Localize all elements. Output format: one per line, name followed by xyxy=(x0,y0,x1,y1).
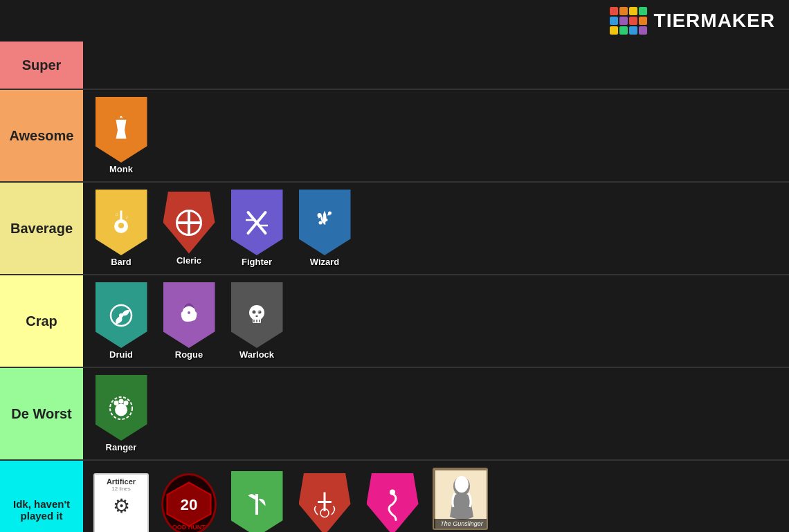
svg-text:★: ★ xyxy=(317,214,321,219)
svg-point-26 xyxy=(253,310,256,313)
svg-point-43 xyxy=(390,489,395,495)
class-card-sorcerer[interactable]: Sorcerer xyxy=(361,473,424,533)
tier-content-crap: Druid Rogue xyxy=(83,275,789,367)
tier-row-baverage: Baverage ♪ ♫ Bard xyxy=(0,183,789,275)
logo-grid xyxy=(610,7,647,35)
class-card-gunslinger[interactable]: The Gunslinger The Gunslinger xyxy=(429,468,491,532)
class-card-blood-hunter[interactable]: 20 BLOOD HUNTER Blood Hunter xyxy=(158,473,220,533)
tier-content-idk: Artificer 12 lines ⚙ Artificer 20 BLOOD … xyxy=(83,461,789,532)
svg-point-16 xyxy=(319,221,323,224)
svg-point-35 xyxy=(124,401,129,405)
class-name-fighter: Fighter xyxy=(242,257,272,267)
class-card-cleric[interactable]: Cleric xyxy=(158,192,220,266)
tier-label-de-worst: De Worst xyxy=(0,368,83,459)
svg-text:♫: ♫ xyxy=(115,212,118,217)
tier-label-super: Super xyxy=(0,42,83,89)
class-card-paladin[interactable]: Paladin xyxy=(293,473,356,533)
svg-point-32 xyxy=(115,403,127,416)
tier-row-awesome: Awesome Monk xyxy=(0,90,789,183)
tier-label-awesome: Awesome xyxy=(0,90,83,181)
class-card-fighter[interactable]: Fighter xyxy=(226,190,288,267)
svg-text:★: ★ xyxy=(323,221,327,225)
svg-point-46 xyxy=(455,476,469,493)
svg-point-3 xyxy=(118,223,124,228)
class-name-wizard: Wizard xyxy=(310,257,340,267)
svg-rect-41 xyxy=(318,501,332,503)
class-card-ranger[interactable]: Ranger xyxy=(90,375,152,452)
tier-content-de-worst: Ranger xyxy=(83,368,789,459)
svg-point-34 xyxy=(119,398,124,403)
class-name-rogue: Rogue xyxy=(175,349,203,360)
tier-label-crap: Crap xyxy=(0,275,83,367)
svg-point-21 xyxy=(119,313,123,318)
class-card-monk[interactable]: Monk xyxy=(90,97,152,174)
svg-text:20: 20 xyxy=(181,496,198,513)
svg-rect-28 xyxy=(256,315,258,317)
class-name-monk: Monk xyxy=(109,164,133,174)
tier-label-baverage: Baverage xyxy=(0,183,83,274)
svg-point-33 xyxy=(114,401,119,405)
class-card-wizard[interactable]: ★ ★ ★ Wizard xyxy=(293,190,356,267)
tier-row-super: Super xyxy=(0,42,789,90)
logo-title: TiERMAKER xyxy=(654,10,775,32)
tier-label-idk: Idk, haven't played it xyxy=(0,461,83,532)
header: TiERMAKER xyxy=(0,0,789,42)
class-name-cleric: Cleric xyxy=(176,255,201,266)
class-card-bard[interactable]: ♪ ♫ Bard xyxy=(90,190,152,267)
tier-content-super xyxy=(83,42,789,89)
svg-text:♪: ♪ xyxy=(125,214,128,220)
tiermaker-logo: TiERMAKER xyxy=(610,7,775,35)
class-card-barbarian[interactable]: Barbarian xyxy=(226,471,288,532)
svg-point-23 xyxy=(188,311,190,314)
class-card-artificer[interactable]: Artificer 12 lines ⚙ Artificer xyxy=(90,473,152,533)
tier-row-crap: Crap Druid xyxy=(0,275,789,368)
class-card-warlock[interactable]: Warlock xyxy=(226,282,288,360)
svg-rect-2 xyxy=(120,210,123,223)
class-name-bard: Bard xyxy=(111,257,132,267)
class-name-warlock: Warlock xyxy=(239,349,274,360)
tier-row-idk: Idk, haven't played it Artificer 12 line… xyxy=(0,461,789,532)
class-card-druid[interactable]: Druid xyxy=(90,282,152,360)
svg-text:★: ★ xyxy=(327,212,330,217)
svg-point-0 xyxy=(120,123,123,127)
tier-content-awesome: Monk xyxy=(83,90,789,181)
class-name-druid: Druid xyxy=(109,349,133,360)
tier-row-de-worst: De Worst Ranger xyxy=(0,368,789,461)
tier-content-baverage: ♪ ♫ Bard Cleric xyxy=(83,183,789,274)
class-card-rogue[interactable]: Rogue xyxy=(158,282,220,360)
class-name-ranger: Ranger xyxy=(106,442,137,452)
